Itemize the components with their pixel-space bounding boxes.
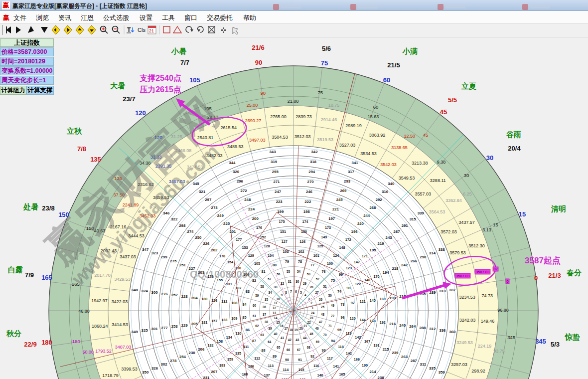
svg-text:23: 23 — [309, 316, 313, 320]
svg-text:325: 325 — [142, 328, 148, 333]
svg-text:52: 52 — [316, 277, 320, 281]
svg-text:22/9: 22/9 — [24, 341, 36, 348]
svg-text:144: 144 — [360, 318, 366, 322]
svg-text:165: 165 — [41, 274, 52, 281]
svg-text:94: 94 — [331, 339, 335, 343]
svg-text:58: 58 — [261, 285, 265, 288]
svg-text:315: 315 — [410, 217, 417, 221]
svg-text:9: 9 — [281, 293, 283, 297]
svg-text:143: 143 — [355, 335, 361, 340]
svg-text:7/7: 7/7 — [180, 59, 189, 66]
svg-text:225: 225 — [223, 221, 230, 226]
svg-text:Cls: Cls — [138, 27, 146, 33]
svg-text:49: 49 — [331, 304, 335, 307]
svg-text:150: 150 — [58, 211, 69, 218]
svg-text:1868.24: 1868.24 — [92, 324, 108, 329]
svg-text:96.88: 96.88 — [497, 308, 509, 313]
svg-text:199: 199 — [277, 209, 284, 214]
svg-text:114: 114 — [283, 368, 289, 372]
svg-text:2: 2 — [310, 301, 312, 305]
svg-text:18: 18 — [289, 328, 293, 332]
svg-text:33: 33 — [274, 285, 278, 289]
svg-text:17: 17 — [285, 327, 289, 330]
svg-text:302: 302 — [161, 362, 168, 367]
svg-text:336: 336 — [439, 328, 446, 333]
svg-text:226: 226 — [203, 241, 210, 246]
svg-text:12: 12 — [273, 306, 277, 310]
svg-text:344: 344 — [229, 161, 236, 165]
svg-text:100: 100 — [327, 261, 333, 266]
svg-text:116: 116 — [313, 364, 319, 368]
svg-text:5/6: 5/6 — [322, 45, 331, 52]
svg-text:204: 204 — [191, 296, 198, 300]
svg-text:90: 90 — [255, 59, 262, 66]
svg-text:21.88: 21.88 — [288, 99, 299, 104]
svg-text:小满: 小满 — [402, 47, 418, 55]
svg-text:201: 201 — [229, 229, 236, 234]
svg-text:72: 72 — [331, 314, 335, 318]
svg-text:147: 147 — [354, 260, 360, 264]
svg-text:2690.27: 2690.27 — [245, 118, 262, 123]
svg-text:316: 316 — [382, 190, 389, 194]
svg-text:39: 39 — [269, 327, 273, 330]
svg-text:3422.03: 3422.03 — [112, 299, 128, 304]
svg-text:131: 131 — [226, 282, 232, 286]
svg-text:335: 335 — [429, 366, 436, 371]
svg-text:60: 60 — [383, 76, 390, 84]
svg-text:84: 84 — [242, 302, 246, 307]
svg-text:125: 125 — [317, 244, 323, 248]
svg-text:21/5: 21/5 — [387, 61, 400, 69]
svg-text:270: 270 — [307, 180, 314, 184]
svg-text:0: 0 — [507, 280, 509, 283]
svg-text:222: 222 — [304, 199, 311, 204]
svg-text:166: 166 — [354, 357, 360, 362]
svg-text:47: 47 — [319, 320, 323, 324]
svg-text:1793.52: 1793.52 — [95, 349, 112, 354]
svg-text:3564.53: 3564.53 — [429, 209, 445, 214]
svg-text:110: 110 — [236, 331, 242, 336]
svg-text:129: 129 — [248, 253, 254, 258]
svg-text:120: 120 — [135, 109, 146, 117]
svg-text:218: 218 — [392, 266, 399, 271]
svg-text:216: 216 — [389, 322, 396, 326]
svg-text:77: 77 — [310, 263, 314, 267]
svg-text:345: 345 — [535, 338, 546, 345]
svg-text:160: 160 — [242, 372, 248, 377]
svg-text:341: 341 — [352, 161, 359, 165]
svg-text:339: 339 — [418, 211, 425, 215]
svg-text:230: 230 — [189, 351, 196, 355]
svg-text:74.73: 74.73 — [482, 293, 493, 298]
svg-text:101: 101 — [313, 253, 319, 258]
svg-text:60: 60 — [253, 304, 257, 307]
svg-text:支撑2540点: 支撑2540点 — [139, 74, 181, 83]
svg-text:207: 207 — [211, 370, 217, 374]
svg-text:QQ:100800360: QQ:100800360 — [190, 269, 259, 280]
svg-text:87: 87 — [252, 339, 256, 343]
svg-text:21/6: 21/6 — [252, 44, 264, 51]
svg-text:146: 146 — [364, 278, 370, 282]
svg-text:248: 248 — [244, 197, 251, 202]
svg-text:297: 297 — [205, 197, 211, 202]
svg-text:清明: 清明 — [551, 204, 566, 213]
svg-text:54: 54 — [297, 270, 301, 273]
svg-text:34: 34 — [269, 291, 273, 294]
svg-text:99: 99 — [339, 272, 343, 277]
svg-text:20: 20 — [299, 327, 303, 330]
svg-text:195: 195 — [370, 248, 377, 252]
svg-text:105: 105 — [189, 76, 200, 84]
svg-text:299: 299 — [161, 255, 168, 259]
svg-text:153: 153 — [242, 245, 248, 250]
svg-text:3572.03: 3572.03 — [441, 229, 457, 234]
svg-text:68: 68 — [307, 346, 311, 349]
svg-text:180: 180 — [72, 339, 80, 344]
svg-text:42: 42 — [288, 338, 292, 342]
svg-text:276: 276 — [161, 292, 168, 296]
svg-text:289: 289 — [429, 290, 436, 295]
svg-text:小暑: 小暑 — [171, 47, 186, 55]
svg-text:9.38: 9.38 — [437, 160, 446, 165]
svg-text:97: 97 — [351, 301, 355, 305]
svg-text:137: 137 — [264, 373, 270, 378]
svg-text:3249.53: 3249.53 — [456, 340, 473, 345]
svg-text:215: 215 — [383, 347, 390, 352]
svg-text:104: 104 — [268, 253, 274, 258]
